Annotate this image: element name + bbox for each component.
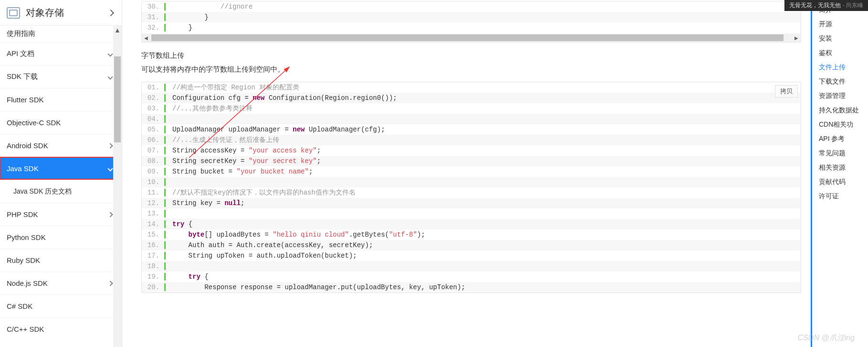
line-number: 14.: [142, 220, 166, 228]
copy-button[interactable]: 拷贝: [775, 85, 798, 98]
sidebar-item-12[interactable]: C# SDK: [0, 294, 122, 317]
sidebar-scrollbar[interactable]: ▲: [113, 26, 122, 347]
code-line: 12.String key = null;: [142, 198, 801, 208]
code-text: Response response = uploadManager.put(up…: [166, 283, 465, 291]
sidebar-item-label: 使用指南: [7, 29, 115, 38]
watermark: CSDN @爪洼ing: [798, 333, 855, 343]
sidebar-item-3[interactable]: Flutter SDK: [0, 88, 122, 111]
sidebar-item-2[interactable]: SDK 下载: [0, 65, 122, 88]
sidebar-item-8[interactable]: PHP SDK: [0, 203, 122, 226]
code-block-top: 30. //ignore31. }32. } ◀ ▶: [141, 1, 801, 43]
code-text: String upToken = auth.uploadToken(bucket…: [166, 252, 357, 260]
toc-item-5[interactable]: 下载文件: [819, 75, 868, 89]
sidebar-item-5[interactable]: Android SDK: [0, 134, 122, 157]
sidebar-item-9[interactable]: Python SDK: [0, 226, 122, 249]
sidebar-item-0[interactable]: 使用指南: [0, 26, 122, 42]
sidebar-item-label: Python SDK: [7, 233, 115, 241]
code-line: 20. Response response = uploadManager.pu…: [142, 282, 801, 293]
code-text: UploadManager uploadManager = new Upload…: [166, 126, 385, 133]
sidebar-item-label: Java SDK 历史文档: [13, 187, 115, 196]
toc-item-12[interactable]: 贡献代码: [819, 175, 868, 189]
line-number: 05.: [142, 126, 166, 133]
toc-item-11[interactable]: 相关资源: [819, 161, 868, 175]
line-number: 06.: [142, 136, 166, 144]
line-number: 32.: [142, 24, 166, 32]
line-number: 11.: [142, 189, 166, 196]
sidebar-item-label: C/C++ SDK: [7, 325, 115, 333]
toc-item-8[interactable]: CDN相关功: [819, 118, 868, 132]
chevron-right-icon[interactable]: [107, 9, 114, 16]
code-text: String key = null;: [166, 199, 244, 207]
line-number: 01.: [142, 84, 166, 91]
section-desc: 可以支持将内存中的字节数组上传到空间中。: [141, 65, 801, 74]
code-line: 30. //ignore: [142, 1, 801, 12]
line-number: 31.: [142, 13, 166, 21]
toc-item-6[interactable]: 资源管理: [819, 89, 868, 103]
code-line: 07.String accessKey = "your access key";: [142, 145, 801, 156]
line-number: 10.: [142, 178, 166, 186]
sidebar-item-label: Flutter SDK: [7, 96, 115, 104]
sidebar-item-7[interactable]: Java SDK 历史文档: [0, 180, 122, 203]
line-number: 02.: [142, 94, 166, 102]
sidebar-item-label: API 文档: [7, 49, 108, 58]
toc-item-3[interactable]: 鉴权: [819, 46, 868, 60]
code-line: 15. byte[] uploadBytes = "hello qiniu cl…: [142, 229, 801, 240]
sidebar-item-label: Android SDK: [7, 141, 108, 150]
storage-icon: [7, 7, 20, 19]
toc-item-13[interactable]: 许可证: [819, 189, 868, 204]
toc-item-4[interactable]: 文件上传: [819, 60, 868, 75]
sidebar-item-10[interactable]: Ruby SDK: [0, 249, 122, 271]
scroll-right-icon[interactable]: ▶: [792, 35, 801, 41]
ribbon: 无骨无花，无我无他 - 尚东峰: [784, 0, 868, 11]
horizontal-scrollbar[interactable]: ◀ ▶: [142, 33, 801, 42]
toc: 简介开源安装鉴权文件上传下载文件资源管理持久化数据处CDN相关功API 参考常见…: [811, 0, 868, 347]
sidebar-item-6[interactable]: Java SDK: [0, 157, 122, 180]
chevron-right-icon: [107, 212, 113, 217]
scroll-left-icon[interactable]: ◀: [142, 35, 150, 41]
ribbon-author: - 尚东峰: [843, 2, 863, 9]
toc-item-2[interactable]: 安装: [819, 32, 868, 46]
line-number: 08.: [142, 157, 166, 165]
code-line: 06.//...生成上传凭证，然后准备上传: [142, 135, 801, 145]
code-line: 05.UploadManager uploadManager = new Upl…: [142, 124, 801, 135]
sidebar-item-label: C# SDK: [7, 302, 115, 310]
line-number: 04.: [142, 115, 166, 123]
section-title: 字节数组上传: [141, 51, 801, 60]
chevron-right-icon: [107, 143, 113, 148]
code-line: 14.try {: [142, 219, 801, 229]
toc-item-7[interactable]: 持久化数据处: [819, 103, 868, 118]
sidebar-item-11[interactable]: Node.js SDK: [0, 271, 122, 294]
code-line: 31. }: [142, 12, 801, 22]
code-line: 01.//构造一个带指定 Region 对象的配置类: [142, 82, 801, 93]
sidebar-item-label: Node.js SDK: [7, 279, 108, 287]
scroll-up-icon[interactable]: ▲: [113, 26, 122, 34]
toc-item-1[interactable]: 开源: [819, 17, 868, 32]
line-number: 07.: [142, 147, 166, 154]
chevron-down-icon: [107, 74, 113, 79]
scroll-thumb[interactable]: [114, 56, 121, 142]
sidebar-item-13[interactable]: C/C++ SDK: [0, 317, 122, 340]
code-line: 10.: [142, 177, 801, 187]
line-number: 03.: [142, 105, 166, 112]
main-content: 30. //ignore31. }32. } ◀ ▶ 字节数组上传 可以支持将内…: [122, 0, 811, 347]
code-line: 09.String bucket = "your bucket name";: [142, 166, 801, 177]
code-text: byte[] uploadBytes = "hello qiniu cloud"…: [166, 231, 425, 239]
line-number: 18.: [142, 262, 166, 270]
line-number: 15.: [142, 231, 166, 239]
toc-item-9[interactable]: API 参考: [819, 132, 868, 146]
code-line: 04.: [142, 114, 801, 124]
code-text: String bucket = "your bucket name";: [166, 168, 313, 175]
sidebar-item-1[interactable]: API 文档: [0, 42, 122, 65]
sidebar-item-label: Objective-C SDK: [7, 119, 115, 127]
code-line: 13.: [142, 208, 801, 219]
toc-item-10[interactable]: 常见问题: [819, 146, 868, 161]
code-line: 19. try {: [142, 271, 801, 282]
hscroll-thumb[interactable]: [151, 34, 783, 41]
chevron-down-icon: [107, 166, 113, 171]
line-number: 12.: [142, 199, 166, 207]
chevron-right-icon: [107, 281, 113, 286]
code-line: 17. String upToken = auth.uploadToken(bu…: [142, 250, 801, 261]
code-line: 11.//默认不指定key的情况下，以文件内容的hash值作为文件名: [142, 187, 801, 198]
sidebar-item-4[interactable]: Objective-C SDK: [0, 111, 122, 134]
sidebar-title: 对象存储: [26, 6, 108, 19]
